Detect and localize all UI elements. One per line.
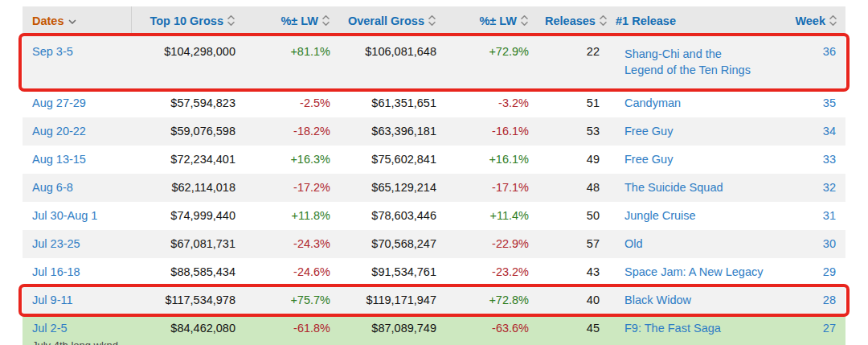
- week-link[interactable]: 36: [823, 45, 836, 58]
- pct-lw-top10-cell: -24.3%: [244, 230, 338, 258]
- top10-gross-cell: $88,585,434: [131, 258, 244, 286]
- week-link[interactable]: 35: [823, 97, 836, 109]
- date-link[interactable]: Jul 2-5: [32, 322, 68, 335]
- dates-cell: Sep 3-5: [23, 35, 131, 89]
- date-link[interactable]: Jul 16-18: [32, 265, 80, 278]
- dates-cell: Jul 16-18: [23, 258, 131, 286]
- dates-cell: Jul 30-Aug 1: [23, 202, 131, 230]
- column-header[interactable]: Releases: [537, 6, 608, 35]
- releases-count-cell: 53: [537, 117, 608, 146]
- sort-desc-icon: [68, 17, 77, 27]
- box-office-weekend-table: Dates Top 10 Gross %± LW Overall Gross %…: [23, 6, 845, 345]
- number-one-release-cell: Jungle Cruise: [608, 202, 772, 230]
- release-link[interactable]: F9: The Fast Saga: [624, 322, 721, 335]
- date-link[interactable]: Aug 27-29: [32, 97, 86, 109]
- pct-lw-top10-cell: -18.2%: [244, 117, 338, 146]
- top10-gross-cell: $117,534,978: [131, 286, 244, 314]
- table-row: Jul 30-Aug 1 $74,999,440 +11.8% $78,603,…: [23, 202, 845, 230]
- number-one-release-cell: F9: The Fast Saga: [608, 314, 772, 345]
- release-link[interactable]: Black Widow: [624, 294, 691, 306]
- column-header-label[interactable]: %± LW: [280, 14, 318, 27]
- pct-lw-top10-cell: +11.8%: [244, 202, 338, 230]
- column-header[interactable]: Top 10 Gross: [131, 6, 244, 35]
- week-cell: 35: [772, 89, 845, 117]
- releases-count-cell: 48: [537, 174, 608, 202]
- release-link[interactable]: Candyman: [624, 97, 681, 109]
- column-header-label[interactable]: Week: [795, 14, 825, 27]
- top10-gross-cell: $104,298,000: [131, 35, 244, 89]
- week-cell: 30: [772, 230, 845, 258]
- date-link[interactable]: Jul 30-Aug 1: [32, 209, 97, 222]
- week-link[interactable]: 27: [823, 322, 836, 335]
- releases-count-cell: 45: [537, 314, 608, 345]
- week-link[interactable]: 28: [823, 294, 836, 306]
- week-link[interactable]: 31: [823, 209, 836, 222]
- week-link[interactable]: 33: [823, 153, 836, 166]
- date-link[interactable]: Aug 20-22: [32, 125, 86, 138]
- week-link[interactable]: 29: [823, 265, 836, 278]
- week-link[interactable]: 32: [823, 181, 836, 194]
- pct-lw-overall-cell: +72.8%: [444, 286, 537, 314]
- release-link[interactable]: Free Guy: [624, 153, 673, 166]
- sort-icon: [520, 14, 529, 27]
- overall-gross-cell: $78,603,446: [338, 202, 444, 230]
- top10-gross-cell: $59,076,598: [131, 117, 244, 146]
- release-link[interactable]: The Suicide Squad: [624, 181, 723, 194]
- pct-lw-top10-cell: -17.2%: [244, 174, 338, 202]
- sort-icon: [428, 14, 436, 27]
- column-header-label[interactable]: Dates: [32, 14, 64, 27]
- top10-gross-cell: $62,114,018: [131, 174, 244, 202]
- pct-lw-top10-cell: +16.3%: [244, 146, 338, 174]
- table-row: Jul 9-11 $117,534,978 +75.7% $119,171,94…: [23, 286, 845, 314]
- number-one-release-cell: Space Jam: A New Legacy: [608, 258, 772, 286]
- column-header[interactable]: #1 Release: [608, 6, 772, 35]
- dates-cell: Aug 6-8: [23, 174, 131, 202]
- column-header-label[interactable]: Overall Gross: [348, 14, 424, 27]
- week-cell: 29: [772, 258, 845, 286]
- date-link[interactable]: Aug 6-8: [32, 181, 73, 194]
- sort-icon: [599, 14, 608, 27]
- overall-gross-cell: $91,534,761: [338, 258, 444, 286]
- overall-gross-cell: $106,081,648: [338, 35, 444, 89]
- column-header[interactable]: %± LW: [444, 6, 537, 35]
- column-header-label[interactable]: Top 10 Gross: [149, 14, 223, 27]
- date-link[interactable]: Jul 23-25: [32, 237, 80, 250]
- pct-lw-overall-cell: +72.9%: [444, 35, 537, 89]
- column-header-label[interactable]: #1 Release: [616, 14, 676, 27]
- column-header[interactable]: %± LW: [244, 6, 338, 35]
- release-link[interactable]: Old: [624, 237, 643, 250]
- pct-lw-overall-cell: -23.2%: [444, 258, 537, 286]
- overall-gross-cell: $87,089,749: [338, 314, 444, 345]
- releases-count-cell: 57: [537, 230, 608, 258]
- table-row: Aug 27-29 $57,594,823 -2.5% $61,351,651 …: [23, 89, 845, 117]
- week-link[interactable]: 34: [823, 125, 836, 138]
- column-header[interactable]: Overall Gross: [338, 6, 444, 35]
- box-office-weekend-table-wrap: Dates Top 10 Gross %± LW Overall Gross %…: [23, 6, 845, 345]
- overall-gross-cell: $119,171,947: [338, 286, 444, 314]
- release-link[interactable]: Jungle Cruise: [624, 209, 696, 222]
- dates-cell: Jul 23-25: [23, 230, 131, 258]
- top10-gross-cell: $57,594,823: [131, 89, 244, 117]
- dates-cell: Aug 20-22: [23, 117, 131, 146]
- release-link[interactable]: Free Guy: [624, 125, 673, 138]
- week-cell: 34: [772, 117, 845, 146]
- table-row: Jul 23-25 $67,081,731 -24.3% $70,568,247…: [23, 230, 845, 258]
- date-link[interactable]: Aug 13-15: [32, 153, 86, 166]
- date-link[interactable]: Jul 9-11: [32, 294, 73, 306]
- pct-lw-top10-cell: -61.8%: [244, 314, 338, 345]
- releases-count-cell: 22: [537, 35, 608, 89]
- column-header[interactable]: Week: [772, 6, 845, 35]
- column-header[interactable]: Dates: [23, 6, 131, 35]
- dates-cell: Aug 27-29: [23, 89, 131, 117]
- column-header-label[interactable]: Releases: [545, 14, 596, 27]
- overall-gross-cell: $61,351,651: [338, 89, 444, 117]
- release-link[interactable]: Shang-Chi and the Legend of the Ten Ring…: [624, 47, 751, 76]
- week-link[interactable]: 30: [823, 237, 836, 250]
- date-link[interactable]: Sep 3-5: [32, 45, 73, 58]
- overall-gross-cell: $65,129,214: [338, 174, 444, 202]
- number-one-release-cell: Black Widow: [608, 286, 772, 314]
- column-header-label[interactable]: %± LW: [479, 14, 517, 27]
- pct-lw-overall-cell: -17.1%: [444, 174, 537, 202]
- release-link[interactable]: Space Jam: A New Legacy: [624, 265, 764, 278]
- sort-icon: [321, 14, 330, 27]
